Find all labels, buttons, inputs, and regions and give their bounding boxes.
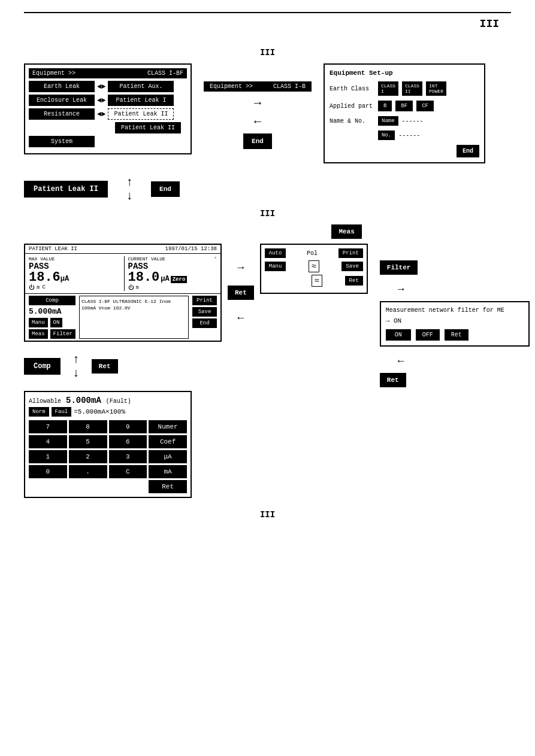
filter-btn[interactable]: Filter (380, 260, 418, 275)
filter-off-btn[interactable]: OFF (416, 329, 440, 341)
comp-arrow-down: ↓ (72, 366, 80, 380)
end-btn-screen[interactable]: End (192, 318, 217, 328)
menu-header-right: CLASS I-BF (147, 70, 183, 77)
meas-row-3: ≈ Ret (265, 275, 363, 287)
arrow-up: ↑ (126, 175, 133, 189)
icons-row-2: ⏻ ≋ (128, 284, 217, 291)
earth-class-row: Earth Class CLASSI CLASSII INTPOWER (330, 81, 479, 96)
manu-btn-panel[interactable]: Manu (265, 262, 286, 271)
zero-btn[interactable]: Zero (171, 277, 188, 283)
filter-on-btn[interactable]: ON (386, 329, 411, 341)
comp-section: Comp 5.000mA Manu ON Meas Filter CLAS (25, 293, 220, 341)
btn-bf[interactable]: BF (395, 101, 413, 111)
numpad: 7 8 9 Numer 4 5 6 Coef 1 2 3 μA 0 . (29, 420, 187, 493)
btn-9[interactable]: 9 (109, 420, 147, 433)
manu-btn[interactable]: Manu (29, 318, 48, 327)
system-button[interactable]: System (29, 136, 95, 147)
patient-leak-i-button[interactable]: Patient Leak I (108, 95, 174, 106)
btn-1[interactable]: 1 (29, 450, 67, 463)
btn-4[interactable]: 4 (29, 435, 67, 448)
btn-3[interactable]: 3 (109, 450, 147, 463)
left-lower-group: Meas PATIENT LEAK II 1997/01/15 12:38 MA… (24, 224, 368, 498)
ret-btn-panel[interactable]: Ret (345, 276, 363, 286)
filter-arrow-row: Filter (380, 260, 418, 275)
int-power-btn[interactable]: INTPOWER (426, 81, 446, 96)
filter-btn-screen[interactable]: Filter (50, 329, 75, 339)
btn-7[interactable]: 7 (29, 420, 67, 433)
allowable-value: 5.000mA (66, 396, 101, 405)
filter-ret-large-btn[interactable]: Ret (380, 373, 406, 387)
coef-btn[interactable]: Coef (149, 435, 187, 448)
comp-btn[interactable]: Comp (29, 296, 75, 305)
enclosure-leak-button[interactable]: Enclosure Leak (29, 95, 95, 106)
unit2: μA (161, 275, 169, 283)
max-value-label: MAX VALUE (29, 256, 118, 262)
norm-btn[interactable]: Norm (29, 407, 49, 417)
patient-leak-ii-dim-button: Patient Leak II (108, 108, 174, 120)
btn-5[interactable]: 5 (69, 435, 107, 448)
earth-leak-button[interactable]: Earth Leak (29, 81, 95, 92)
fault-label: (Fault) (106, 398, 131, 405)
class-i-btn[interactable]: CLASSI (378, 81, 398, 96)
btn-8[interactable]: 8 (69, 420, 107, 433)
icon-panel-1: ≈ (309, 260, 319, 272)
btn-0[interactable]: 0 (29, 465, 67, 478)
btn-b[interactable]: B (378, 101, 392, 111)
zero-btn-label[interactable]: Zero (171, 276, 188, 283)
save-btn-panel[interactable]: Save (341, 262, 363, 271)
class-ii-btn[interactable]: CLASSII (402, 81, 422, 96)
auto-btn[interactable]: Auto (265, 248, 286, 258)
name-btn[interactable]: Name (378, 116, 398, 126)
end-button-1[interactable]: End (243, 133, 272, 149)
arrow-right-filter: → (398, 283, 404, 295)
btn-cf[interactable]: CF (416, 101, 434, 111)
current-value-header: CURRENT VALUE ° (128, 256, 217, 262)
btn-2[interactable]: 2 (69, 450, 107, 463)
comp-arrow-up: ↑ (72, 353, 80, 366)
print-btn-panel[interactable]: Print (338, 248, 363, 258)
meas-row-1: Auto Pol Print (265, 248, 363, 258)
no-btn[interactable]: No. (378, 130, 395, 140)
earth-class-label: Earth Class (330, 86, 374, 92)
transport-header: Equipment >> CLASS I-B (204, 81, 312, 92)
patient-leak-ii-action-btn[interactable]: Patient Leak II (24, 181, 108, 198)
faul-btn[interactable]: Faul (52, 407, 72, 417)
end-action-btn[interactable]: End (151, 181, 180, 197)
meas-row-2: Manu ≈ Save (265, 260, 363, 272)
numer-btn[interactable]: Numer (149, 420, 187, 433)
resistance-button[interactable]: Resistance (29, 108, 95, 120)
arrow-right-mid: → (238, 262, 244, 274)
btn-6[interactable]: 6 (109, 435, 147, 448)
equip-end-btn[interactable]: End (457, 145, 479, 157)
equip-setup-title: Equipment Set-up (330, 69, 479, 77)
ma-btn[interactable]: mA (149, 465, 187, 478)
value1-text: 18.6 (29, 270, 61, 285)
patient-leak-ii-button[interactable]: Patient Leak II (115, 122, 181, 133)
right-lower-group: Filter → Measurement network filter for … (380, 224, 530, 387)
arrow-right-1: → (254, 96, 261, 110)
on-btn[interactable]: ON (50, 318, 63, 327)
print-btn-screen[interactable]: Print (192, 296, 217, 305)
arrow-left-mid: ← (238, 312, 244, 324)
dot-btn[interactable]: . (69, 465, 107, 478)
save-btn-screen[interactable]: Save (192, 307, 217, 317)
comp-ret-btn[interactable]: Ret (149, 480, 187, 493)
icon-wave2: ≋ (136, 284, 139, 291)
c-btn[interactable]: C (109, 465, 147, 478)
menu-screen: Equipment >> CLASS I-BF Earth Leak ◄► Pa… (24, 63, 192, 154)
comp-screen: Allowable 5.000mA (Fault) Norm Faul =5.0… (24, 391, 192, 498)
patient-aux-button[interactable]: Patient Aux. (108, 81, 174, 92)
comp-large-btn[interactable]: Comp (24, 358, 61, 375)
ret-btn-mid[interactable]: Ret (228, 286, 254, 300)
formula: =5.000mA×100% (74, 408, 125, 415)
meas-btn-screen[interactable]: Meas (29, 329, 48, 339)
filter-ret-btn[interactable]: Ret (445, 329, 468, 341)
icon-wave: ≋ (37, 284, 40, 291)
ua-btn[interactable]: μA (149, 450, 187, 463)
name-no-label: Name & No. (330, 118, 374, 125)
allowable-label: Allowable (29, 398, 61, 405)
allowable-row: Allowable 5.000mA (Fault) (29, 396, 187, 405)
meas-btn-top[interactable]: Meas (331, 224, 361, 239)
ret-large-btn[interactable]: Ret (92, 359, 118, 374)
mid-arrows: → Ret ← (228, 244, 254, 324)
